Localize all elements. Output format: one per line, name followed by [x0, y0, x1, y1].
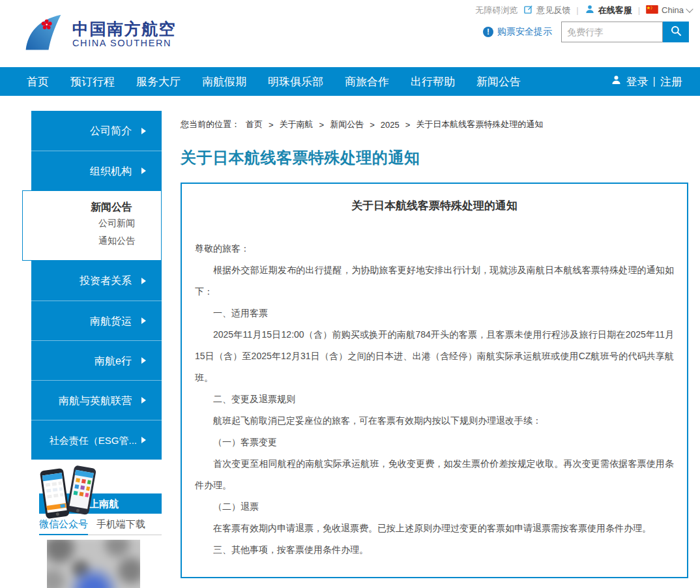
article-paragraph: 根据外交部近期发布的出行提醒，为协助旅客更好地安排出行计划，现就涉及南航日本航线… — [195, 259, 674, 302]
article-paragraph: （一）客票变更 — [195, 432, 674, 453]
utility-bar: 无障碍浏览 意见反馈 | 在线客服 | China — [475, 4, 692, 16]
page-title: 关于日本航线客票特殊处理的通知 — [181, 147, 420, 168]
utility-separator: | — [638, 5, 640, 15]
breadcrumb-separator: > — [319, 120, 325, 130]
nav-item-booking[interactable]: 预订行程 — [70, 74, 115, 89]
arrow-right-icon — [141, 168, 146, 174]
main-navigation: 首页 预订行程 服务大厅 南航假期 明珠俱乐部 商旅合作 出行帮助 新闻公告 登… — [0, 67, 700, 96]
article-title: 关于日本航线客票特殊处理的通知 — [195, 198, 674, 213]
sidebar-expanded-news: 新闻公告 公司新闻 通知公告 — [22, 190, 162, 261]
ticket-safety-tip-link[interactable]: 购票安全提示 — [483, 26, 552, 38]
sidebar-subitem-company-news[interactable]: 公司新闻 — [23, 214, 161, 232]
arrow-right-icon — [141, 397, 146, 404]
sidebar-item-investor-relations[interactable]: 投资者关系 — [31, 261, 162, 301]
breadcrumb-separator: > — [370, 120, 375, 130]
chevron-down-icon — [686, 5, 693, 12]
article-paragraph: 2025年11月15日12:00（含）前购买或换开的南航784开头的客票，且客票… — [195, 324, 674, 389]
arrow-right-icon — [141, 128, 146, 134]
article-paragraph: 三、其他事项，按客票使用条件办理。 — [195, 539, 674, 561]
nav-item-holidays[interactable]: 南航假期 — [202, 74, 246, 89]
article-paragraph: 二、变更及退票规则 — [195, 389, 674, 410]
nav-item-news[interactable]: 新闻公告 — [476, 74, 521, 89]
tab-mobile-download[interactable]: 手机端下载 — [96, 518, 145, 535]
login-link[interactable]: 登录 — [626, 74, 649, 89]
alert-icon — [483, 27, 493, 37]
arrow-right-icon — [141, 357, 146, 364]
logo-tail-icon — [22, 13, 65, 55]
feedback-link[interactable]: 意见反馈 — [523, 5, 570, 16]
nav-item-business-travel[interactable]: 商旅合作 — [345, 74, 389, 89]
article-paragraph: 在客票有效期内申请退票，免收退票费。已按上述原则办理过变更的客票如申请退票需按客… — [195, 518, 674, 539]
breadcrumb-news[interactable]: 新闻公告 — [330, 119, 364, 130]
article-paragraph: 航班起飞前取消已定妥座位的旅客，可在客票有效期内按以下规则办理退改手续： — [195, 410, 674, 432]
search-button[interactable] — [663, 22, 689, 42]
sidebar-item-cargo[interactable]: 南航货运 — [31, 301, 162, 340]
arrow-right-icon — [141, 317, 146, 324]
nav-item-travel-help[interactable]: 出行帮助 — [411, 74, 455, 89]
accessibility-link[interactable]: 无障碍浏览 — [475, 5, 518, 16]
utility-separator: | — [576, 5, 578, 15]
logo-english-name: CHINA SOUTHERN — [72, 38, 176, 48]
sidebar-item-organization[interactable]: 组织机构 — [31, 151, 162, 190]
company-logo[interactable]: 中国南方航空 CHINA SOUTHERN — [22, 13, 176, 55]
breadcrumb-separator: > — [269, 120, 274, 130]
logo-chinese-name: 中国南方航空 — [72, 20, 176, 38]
search-input[interactable] — [561, 22, 663, 42]
mobile-app-promo: 掌上南航 — [31, 464, 162, 588]
phones-image — [35, 464, 100, 523]
customer-service-icon — [585, 4, 595, 16]
breadcrumb-about[interactable]: 关于南航 — [280, 119, 314, 130]
notice-article: 关于日本航线客票特殊处理的通知 尊敬的旅客： 根据外交部近期发布的出行提醒，为协… — [181, 183, 688, 578]
sidebar-menu: 公司简介 组织机构 新闻公告 公司新闻 通知公告 投资者关系 南航货运 南航e行… — [31, 111, 162, 460]
arrow-right-icon — [141, 278, 146, 284]
nav-item-home[interactable]: 首页 — [27, 74, 49, 89]
breadcrumb-separator: > — [405, 120, 411, 130]
breadcrumb-current: 关于日本航线客票特殊处理的通知 — [416, 119, 543, 130]
article-signature: 中国南方航空股份有限公司 — [195, 585, 674, 588]
article-paragraph: 一、适用客票 — [195, 302, 674, 324]
online-service-link[interactable]: 在线客服 — [585, 4, 632, 16]
sidebar-item-esg[interactable]: 社会责任（ESG管... — [31, 420, 162, 460]
qr-code-image — [47, 540, 140, 588]
header-search-area: 购票安全提示 — [483, 22, 689, 42]
nav-item-service-hall[interactable]: 服务大厅 — [136, 74, 181, 89]
arrow-right-icon — [141, 437, 146, 443]
article-paragraph: （二）退票 — [195, 496, 674, 518]
breadcrumb-home[interactable]: 首页 — [246, 119, 263, 130]
article-greeting: 尊敬的旅客： — [195, 238, 674, 259]
breadcrumb-prefix: 您当前的位置： — [181, 119, 240, 130]
sidebar-item-e-travel[interactable]: 南航e行 — [31, 340, 162, 380]
china-flag-icon — [646, 5, 658, 16]
user-icon — [611, 74, 622, 89]
sidebar-item-company-profile[interactable]: 公司简介 — [31, 111, 162, 151]
region-selector[interactable]: China — [646, 5, 692, 16]
breadcrumb: 您当前的位置： 首页 > 关于南航 > 新闻公告 > 2025 > 关于日本航线… — [181, 119, 543, 130]
sidebar-item-news-announcements[interactable]: 新闻公告 — [23, 201, 161, 214]
nav-item-sky-pearl-club[interactable]: 明珠俱乐部 — [268, 74, 323, 89]
sidebar-subitem-notices[interactable]: 通知公告 — [23, 232, 161, 250]
breadcrumb-year[interactable]: 2025 — [381, 120, 400, 130]
search-icon — [670, 25, 682, 39]
register-link[interactable]: 注册 — [660, 74, 682, 89]
login-register-divider: | — [653, 75, 656, 88]
article-paragraph: 首次变更至相同航程的南航实际承运航班，免收变更费，如发生票价价差按规定收取。再次… — [195, 453, 674, 496]
feedback-icon — [523, 5, 533, 16]
sidebar-item-ba-joint-venture[interactable]: 南航与英航联营 — [31, 380, 162, 420]
